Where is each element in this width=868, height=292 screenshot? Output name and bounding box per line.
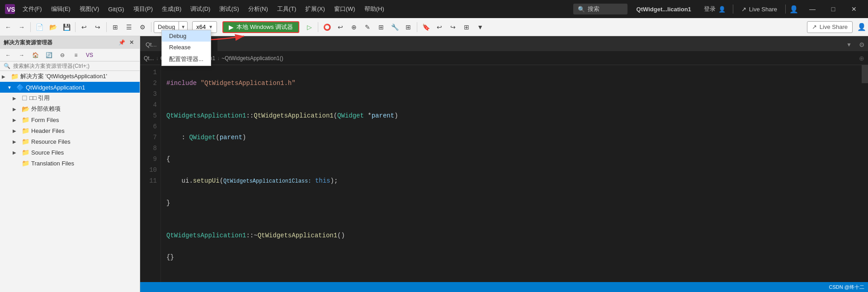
toolbar-btn4[interactable]: ✎ bbox=[361, 21, 374, 33]
sidebar-show-all[interactable]: ≡ bbox=[70, 49, 82, 61]
bc-arrow1: ↓ bbox=[156, 55, 159, 61]
sep6 bbox=[417, 22, 417, 32]
open-button[interactable]: 📂 bbox=[47, 21, 59, 33]
menu-bar: 文件(F) 编辑(E) 视图(V) Git(G) 项目(P) 生成(B) 调试(… bbox=[18, 3, 573, 15]
sidebar-nav-forward[interactable]: → bbox=[15, 49, 28, 61]
sep3 bbox=[106, 22, 107, 32]
sidebar-collapse[interactable]: ⊖ bbox=[56, 49, 69, 61]
item3-chevron: ▶ bbox=[13, 128, 20, 133]
toolbar-btn3[interactable]: ⊕ bbox=[348, 21, 360, 33]
user-label: 登录 bbox=[704, 5, 716, 13]
run-button[interactable]: ▶ 本地 Windows 调试器 bbox=[222, 21, 299, 33]
menu-view[interactable]: 视图(V) bbox=[75, 3, 104, 15]
menu-help[interactable]: 帮助(H) bbox=[360, 3, 389, 15]
tree-item-3[interactable]: ▶ 📁 Header Files bbox=[0, 125, 140, 136]
run-icon: ▶ bbox=[229, 24, 234, 31]
divider2 bbox=[785, 5, 786, 14]
item5-chevron: ▶ bbox=[13, 150, 20, 155]
menu-project[interactable]: 项目(P) bbox=[129, 3, 157, 15]
menu-build[interactable]: 生成(B) bbox=[157, 3, 186, 15]
title-search[interactable]: 🔍 搜索 bbox=[573, 4, 627, 14]
new-file-button[interactable]: 📄 bbox=[33, 21, 46, 33]
menu-debug[interactable]: 调试(D) bbox=[186, 3, 215, 15]
menu-git[interactable]: Git(G) bbox=[104, 4, 128, 14]
tree-item-6[interactable]: ▶ 📁 Translation Files bbox=[0, 158, 140, 169]
window-title: QtWidget...lication1 bbox=[627, 6, 700, 13]
debug-dropdown-menu: Debug Release 配置管理器... bbox=[161, 30, 211, 66]
editor-scrollbar[interactable] bbox=[862, 65, 868, 292]
menu-file[interactable]: 文件(F) bbox=[18, 3, 47, 15]
sidebar-search[interactable]: 🔍 bbox=[0, 61, 140, 71]
menu-test[interactable]: 测试(S) bbox=[215, 3, 243, 15]
item1-icon: 📂 bbox=[22, 105, 29, 113]
item6-icon: 📁 bbox=[22, 160, 29, 167]
tab-0-label: Qt... bbox=[146, 41, 157, 48]
forward-button[interactable]: → bbox=[15, 21, 28, 33]
live-share-button[interactable]: ↗ Live Share bbox=[737, 3, 782, 15]
toolbar-btn6[interactable]: 🔧 bbox=[388, 21, 401, 33]
minimize-button[interactable]: — bbox=[802, 0, 823, 18]
menu-tools[interactable]: 工具(T) bbox=[273, 3, 301, 15]
save-all-button[interactable]: 💾 bbox=[60, 21, 73, 33]
tree-item-5[interactable]: ▶ 📁 Source Files bbox=[0, 147, 140, 158]
tree-item-1[interactable]: ▶ 📂 外部依赖项 bbox=[0, 104, 140, 114]
view-button[interactable]: ☰ bbox=[123, 21, 135, 33]
dropdown-item-config-manager[interactable]: 配置管理器... bbox=[162, 53, 211, 66]
code-content[interactable]: #include "QtWidgetsApplication1.h" QtWid… bbox=[161, 65, 862, 292]
user-login[interactable]: 登录 👤 bbox=[700, 5, 729, 13]
tree-item-0[interactable]: ▶ ☐ □□ 引用 bbox=[0, 93, 140, 104]
run-without-debug-button[interactable]: ▷ bbox=[303, 21, 316, 33]
close-button[interactable]: ✕ bbox=[844, 0, 864, 18]
back-button[interactable]: ← bbox=[2, 21, 14, 33]
toolbar-btn8[interactable]: 🔖 bbox=[420, 21, 432, 33]
tab-scroll-down[interactable]: ▼ bbox=[843, 38, 855, 51]
dropdown-item-release[interactable]: Release bbox=[162, 42, 211, 53]
settings-button[interactable]: ⚙ bbox=[136, 21, 149, 33]
sidebar-nav-back[interactable]: ← bbox=[2, 49, 14, 61]
bc-add-button[interactable]: ⊕ bbox=[859, 55, 864, 62]
menu-edit[interactable]: 编辑(E) bbox=[47, 3, 75, 15]
scrollbar-thumb[interactable] bbox=[862, 65, 868, 83]
bc-part1[interactable]: Qt... bbox=[144, 55, 154, 61]
toolbar-btn12[interactable]: ▼ bbox=[474, 21, 486, 33]
vs-logo: VS bbox=[4, 3, 16, 15]
toolbar-btn5[interactable]: ⊞ bbox=[375, 21, 387, 33]
bc-part3[interactable]: ~QtWidgetsApplication1() bbox=[222, 55, 283, 61]
toolbar-btn7[interactable]: ⊞ bbox=[402, 21, 415, 33]
item5-icon: 📁 bbox=[22, 149, 29, 156]
line-numbers: 1 2 3 4 5 6 7 8 9 10 11 bbox=[140, 65, 161, 292]
tree-project[interactable]: ▼ 🔷 QtWidgetsApplication1 bbox=[0, 82, 140, 93]
sidebar-close-button[interactable]: ✕ bbox=[127, 38, 136, 47]
tree-item-2[interactable]: ▶ 📁 Form Files bbox=[0, 114, 140, 125]
format-button[interactable]: ⊞ bbox=[109, 21, 122, 33]
sidebar-vs-icon[interactable]: VS bbox=[83, 49, 96, 61]
live-share-toolbar-button[interactable]: ↗ Live Share bbox=[807, 21, 853, 33]
redo-button[interactable]: ↪ bbox=[91, 21, 104, 33]
menu-window[interactable]: 窗口(W) bbox=[330, 3, 360, 15]
sidebar-pin-button[interactable]: 📌 bbox=[117, 38, 126, 47]
toolbar-btn2[interactable]: ↩ bbox=[334, 21, 347, 33]
toolbar-btn1[interactable]: ⭕ bbox=[321, 21, 333, 33]
undo-button[interactable]: ↩ bbox=[78, 21, 90, 33]
title-bar: VS 文件(F) 编辑(E) 视图(V) Git(G) 项目(P) 生成(B) … bbox=[0, 0, 868, 18]
menu-analyze[interactable]: 分析(N) bbox=[244, 3, 273, 15]
sidebar-search-input[interactable] bbox=[13, 63, 136, 69]
sidebar-home[interactable]: 🏠 bbox=[29, 49, 42, 61]
item4-label: Resource Files bbox=[31, 138, 71, 145]
code-editor[interactable]: 1 2 3 4 5 6 7 8 9 10 11 #include "QtWidg… bbox=[140, 65, 868, 292]
tree-solution[interactable]: ▶ 📁 解决方案 'QtWidgetsApplication1' bbox=[0, 71, 140, 82]
live-share-toolbar-icon: ↗ bbox=[812, 24, 817, 30]
item6-label: Translation Files bbox=[31, 160, 74, 167]
svg-text:VS: VS bbox=[7, 6, 15, 13]
toolbar-btn9[interactable]: ↩ bbox=[433, 21, 446, 33]
toolbar-btn11[interactable]: ⊞ bbox=[460, 21, 473, 33]
toolbar-btn10[interactable]: ↪ bbox=[447, 21, 459, 33]
tab-settings[interactable]: ⚙ bbox=[855, 38, 868, 51]
tree-item-4[interactable]: ▶ 📁 Resource Files bbox=[0, 136, 140, 147]
item0-chevron: ▶ bbox=[13, 96, 20, 101]
sidebar-sync[interactable]: 🔄 bbox=[42, 49, 55, 61]
sidebar-header: 解决方案资源管理器 📌 ✕ bbox=[0, 36, 140, 49]
dropdown-item-debug[interactable]: Debug bbox=[162, 30, 211, 42]
maximize-button[interactable]: □ bbox=[823, 0, 844, 18]
menu-extensions[interactable]: 扩展(X) bbox=[301, 3, 329, 15]
